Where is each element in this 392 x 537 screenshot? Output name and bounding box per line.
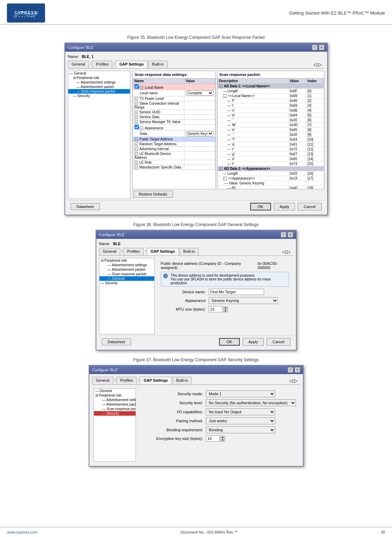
tab-profiles[interactable]: Profiles	[92, 61, 113, 68]
cancel36-button[interactable]: Cancel	[267, 338, 290, 346]
collapse36-btn[interactable]: ◁ ▷	[280, 248, 293, 255]
tab-sep2: /	[113, 61, 115, 68]
svg-text:PERFORM: PERFORM	[16, 16, 36, 18]
expand-advint[interactable]: +	[134, 147, 138, 151]
tab36-builtin[interactable]: Built-in	[180, 248, 199, 255]
datasheet36-button[interactable]: Datasheet	[102, 338, 131, 345]
expand-slave[interactable]: +	[134, 102, 138, 105]
figure36-caption: Figure 36. Bluetooth Low Energy Componen…	[14, 222, 378, 227]
tree36-advsettings[interactable]: — Advertisement settings	[99, 263, 154, 267]
cb-localname[interactable]	[134, 84, 139, 89]
dialog35-titlebar: Configure 'BLE' ? ✕	[65, 43, 327, 52]
expand-sdata[interactable]: +	[134, 115, 138, 119]
apply36-button[interactable]: Apply	[243, 338, 264, 346]
name-row: Name: BLE_1	[68, 54, 324, 59]
figure36-wrapper: Configure 'BLE' ? ✕ Name: BLE General / …	[14, 230, 378, 350]
tree37-peripheral[interactable]: ⊟ Peripheral role	[94, 393, 136, 398]
tab37-general[interactable]: General	[92, 377, 113, 384]
tree-adv-settings[interactable]: — Advertisement settings	[68, 80, 130, 85]
tree36-advpacket[interactable]: — Advertisement packet	[99, 267, 154, 272]
tree37-scanresp[interactable]: — Scan response packet	[94, 407, 136, 411]
header-title: Getting Started With EZ-BLE™ PRoC™ Modul…	[289, 10, 385, 16]
table-row: − <<Appearance>>0x19[17]	[217, 176, 324, 181]
tree36-scanresp[interactable]: — Scan response packet	[99, 272, 154, 276]
enckey-up[interactable]: ▲	[220, 436, 225, 439]
close37-button[interactable]: ✕	[295, 367, 300, 373]
close36-button[interactable]: ✕	[288, 232, 293, 237]
secmode-row: Security mode: Mode 1	[138, 390, 299, 397]
tab36-profiles[interactable]: Profiles	[123, 248, 144, 255]
apply-button[interactable]: Apply	[274, 203, 295, 210]
pairing-select[interactable]: Just works	[206, 417, 275, 424]
enckey-down[interactable]: ▼	[220, 439, 225, 442]
tree37-general[interactable]: — General	[94, 389, 136, 393]
tree-adv-packet[interactable]: — Advertisement packet	[68, 85, 130, 89]
tab-builtin[interactable]: Built-in	[148, 61, 168, 68]
table-row: — 'e'0x65[8]	[217, 128, 324, 132]
tree-general[interactable]: — General	[68, 71, 130, 76]
ok-button[interactable]: OK	[250, 203, 271, 210]
tab37-gap[interactable]: GAP Settings	[140, 377, 172, 384]
seclevel-row: Security level: No Security (No authenti…	[138, 399, 299, 406]
tab37-builtin[interactable]: Built-in	[173, 377, 192, 384]
tree36-security[interactable]: — Security	[99, 281, 154, 285]
tree37-advpacket[interactable]: — Advertisement packet	[94, 402, 136, 407]
expand-leaddr[interactable]: +	[134, 152, 138, 156]
iocap-select[interactable]: No input No Output	[206, 408, 275, 415]
enckey-label: Encryption key size (bytes):	[141, 436, 203, 441]
appearance-select[interactable]: Generic Keyring	[186, 131, 214, 136]
tree37-security[interactable]: — Security	[94, 411, 136, 416]
figure36-dialog: Configure 'BLE' ? ✕ Name: BLE General / …	[96, 230, 297, 350]
tree36-general[interactable]: — General	[99, 276, 154, 281]
secmode-select[interactable]: Mode 1	[206, 390, 275, 397]
cancel-button[interactable]: Cancel	[298, 203, 321, 210]
cb-appearance[interactable]	[134, 125, 139, 129]
table-row: + LE Bluetooth Device Address	[133, 151, 215, 160]
help37-button[interactable]: ?	[288, 367, 293, 373]
appearance-row: Appearance Generic Keyring	[158, 297, 292, 304]
table-row: — 'd'0x64[5]	[217, 113, 324, 118]
expand-localname[interactable]: −	[140, 86, 143, 89]
enckey-input[interactable]	[206, 435, 220, 442]
tab37-profiles[interactable]: Profiles	[116, 377, 137, 384]
tree37-advsettings[interactable]: — Advertisement settings	[94, 398, 136, 402]
bonding-select[interactable]: Bonding	[206, 426, 275, 433]
help-button[interactable]: ?	[312, 45, 317, 50]
tab-general[interactable]: General	[68, 61, 89, 68]
appearance-select36[interactable]: Generic Keyring	[209, 297, 278, 304]
restore-defaults-button[interactable]: Restore Defaults	[133, 191, 173, 198]
mtu-input[interactable]	[209, 306, 223, 312]
mtu-down[interactable]: ▼	[223, 310, 228, 312]
expand-svcmgr[interactable]: +	[134, 120, 138, 124]
device-name-input[interactable]	[209, 289, 264, 295]
datasheet-button[interactable]: Datasheet	[71, 203, 100, 210]
scan-data-panel: Scan response data settings: Name Value	[132, 71, 216, 189]
tab36-gap[interactable]: GAP Settings	[147, 248, 178, 255]
settings-title: Scan response data settings:	[133, 71, 215, 78]
expand-uuid[interactable]: +	[134, 111, 138, 114]
expand-pubaddr[interactable]: +	[134, 138, 138, 141]
left36-tree: ⊟ Peripheral role — Advertisement settin…	[99, 258, 155, 334]
tree-peripheral[interactable]: ⊟ Peripheral role	[68, 76, 130, 80]
seclevel-select[interactable]: No Security (No authentication, No encry…	[206, 399, 296, 406]
collapse-btn[interactable]: ◁ ▷	[311, 61, 324, 68]
tab36-general[interactable]: General	[99, 248, 120, 255]
tree-security[interactable]: — Security	[68, 94, 130, 98]
expand-appear[interactable]: −	[140, 127, 143, 130]
tree-scan-response[interactable]: — Scan response packet	[68, 89, 130, 94]
seclevel-label: Security level:	[141, 401, 203, 405]
tab-gap-settings[interactable]: GAP Settings	[115, 61, 147, 68]
localname-select[interactable]: Complete	[186, 90, 214, 96]
ok36-button[interactable]: OK	[219, 338, 240, 346]
expand-randaddr[interactable]: +	[134, 142, 138, 146]
mtu-up[interactable]: ▲	[223, 306, 228, 309]
close-button[interactable]: ✕	[319, 45, 324, 50]
expand-mfgdata[interactable]: +	[134, 166, 138, 169]
footer-docno: Document No.: 001-96841 Rev. **	[181, 530, 238, 534]
expand-tx[interactable]: +	[134, 97, 138, 101]
help36-button[interactable]: ?	[281, 232, 286, 237]
info-box: i This device address is used for develo…	[161, 272, 289, 287]
collapse37-btn[interactable]: ◁ ▷	[287, 377, 300, 384]
tree36-peripheral[interactable]: ⊟ Peripheral role	[99, 258, 154, 263]
expand-lerole[interactable]: +	[134, 161, 138, 164]
